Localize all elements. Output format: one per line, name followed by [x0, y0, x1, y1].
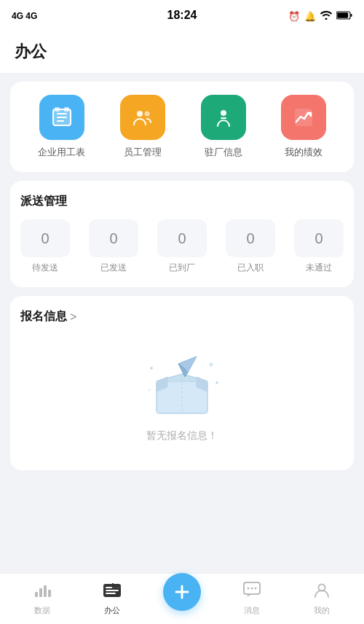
reg-header[interactable]: 报名信息 >	[20, 309, 344, 324]
stat-sent[interactable]: 0 已发送	[89, 219, 138, 274]
action-employee-management[interactable]: 员工管理	[120, 95, 165, 159]
person-icon	[314, 582, 330, 602]
empty-text: 暂无报名信息！	[146, 429, 218, 442]
svg-point-33	[248, 588, 250, 590]
stat-sent-label: 已发送	[100, 262, 127, 274]
svg-point-20	[215, 381, 218, 384]
factory-info-label: 驻厂信息	[205, 146, 242, 159]
stat-onboarded[interactable]: 0 已入职	[226, 219, 275, 274]
svg-point-21	[149, 389, 151, 391]
svg-point-12	[221, 110, 226, 116]
svg-point-11	[145, 112, 150, 117]
svg-point-10	[137, 111, 143, 117]
alarm-icon: ⏰	[288, 11, 300, 22]
battery-icon	[336, 11, 352, 22]
page-title: 办公	[0, 32, 364, 73]
svg-point-18	[150, 367, 153, 370]
svg-rect-23	[39, 588, 42, 597]
svg-point-35	[255, 588, 257, 590]
stat-not-passed-label: 未通过	[306, 262, 332, 274]
nav-message-label: 消息	[244, 605, 260, 616]
bottom-nav: 数据 办公	[0, 573, 364, 624]
signal-indicator: 4G 4G	[12, 11, 37, 21]
action-enterprise-work-table[interactable]: 企业用工表	[38, 95, 85, 159]
svg-rect-22	[35, 592, 38, 597]
employee-management-icon	[120, 95, 165, 140]
dispatch-title: 派送管理	[20, 194, 344, 209]
stat-sent-value: 0	[89, 219, 138, 257]
svg-rect-24	[44, 585, 47, 597]
stat-pending-send[interactable]: 0 待发送	[20, 219, 70, 274]
stat-arrived-factory-label: 已到厂	[169, 262, 195, 274]
action-my-performance[interactable]: 我的绩效	[281, 95, 326, 159]
dispatch-stats: 0 待发送 0 已发送 0 已到厂 0 已入职 0 未通过	[20, 219, 344, 274]
office-icon	[103, 582, 122, 602]
stat-pending-send-value: 0	[20, 219, 70, 257]
my-performance-label: 我的绩效	[285, 146, 323, 159]
employee-management-label: 员工管理	[124, 146, 162, 159]
nav-item-message[interactable]: 消息	[217, 582, 287, 616]
quick-actions-card: 企业用工表 员工管理	[10, 82, 354, 172]
chart-icon	[33, 582, 51, 602]
nav-add-button[interactable]	[163, 573, 201, 611]
wifi-icon	[320, 11, 332, 22]
status-bar: 4G 4G 18:24 ⏰ 🔔	[0, 0, 364, 32]
reg-arrow-icon: >	[70, 311, 76, 324]
reg-title: 报名信息	[20, 309, 67, 324]
stat-not-passed[interactable]: 0 未通过	[294, 219, 344, 274]
stat-arrived-factory-value: 0	[157, 219, 207, 257]
stat-onboarded-label: 已入职	[237, 262, 264, 274]
svg-rect-9	[64, 107, 69, 112]
stat-arrived-factory[interactable]: 0 已到厂	[157, 219, 207, 274]
stat-pending-send-label: 待发送	[32, 262, 58, 274]
svg-rect-8	[55, 107, 60, 112]
nav-data-label: 数据	[34, 605, 50, 616]
nav-item-office[interactable]: 办公	[77, 582, 147, 616]
empty-box-illustration	[138, 346, 226, 419]
quick-actions-grid: 企业用工表 员工管理	[20, 95, 344, 159]
nav-item-data[interactable]: 数据	[7, 582, 77, 616]
nav-office-label: 办公	[104, 605, 120, 616]
empty-state: 暂无报名信息！	[20, 339, 344, 457]
bell-icon: 🔔	[304, 11, 316, 22]
status-time: 18:24	[167, 9, 197, 22]
svg-rect-1	[351, 14, 352, 17]
chat-icon	[243, 582, 261, 602]
enterprise-work-table-icon	[39, 95, 84, 140]
action-factory-info[interactable]: 驻厂信息	[201, 95, 246, 159]
svg-point-19	[210, 363, 213, 367]
dispatch-card: 派送管理 0 待发送 0 已发送 0 已到厂 0 已入职 0 未通过	[10, 181, 354, 287]
my-performance-icon	[281, 95, 326, 140]
svg-rect-25	[48, 590, 51, 597]
factory-info-icon	[201, 95, 246, 140]
svg-point-34	[251, 588, 253, 590]
stat-onboarded-value: 0	[226, 219, 275, 257]
enterprise-work-table-label: 企业用工表	[38, 146, 85, 159]
svg-rect-2	[337, 12, 348, 18]
nav-center	[147, 588, 217, 611]
registration-card: 报名信息 >	[10, 296, 354, 470]
nav-mine-label: 我的	[314, 605, 330, 616]
nav-item-mine[interactable]: 我的	[287, 582, 357, 616]
main-content: 企业用工表 员工管理	[0, 73, 364, 585]
stat-not-passed-value: 0	[294, 219, 344, 257]
status-icons: ⏰ 🔔	[288, 11, 352, 22]
